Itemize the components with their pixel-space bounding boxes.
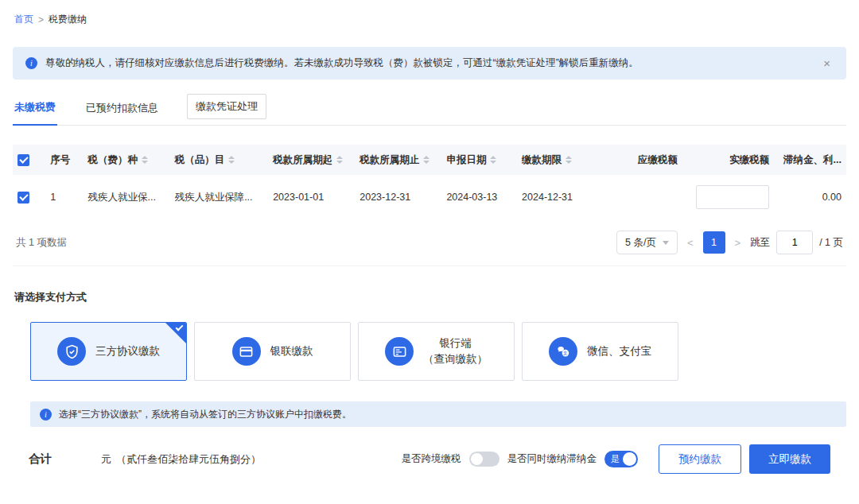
- tab-reserved-deductions[interactable]: 已预约扣款信息: [84, 95, 160, 125]
- breadcrumb-separator: >: [38, 14, 44, 25]
- col-tax-item[interactable]: 税（品）目: [170, 145, 269, 175]
- total-label: 合计: [29, 452, 52, 467]
- amount-unit: 元: [101, 452, 111, 467]
- col-late-fee: 滞纳金、利...: [774, 145, 846, 175]
- payment-footer: 合计 元 （贰仟叁佰柒拾肆元伍角捌分） 是否跨境缴税 是否同时缴纳滞纳金 是 预…: [29, 444, 830, 474]
- row-checkbox[interactable]: [17, 192, 29, 204]
- payment-card-tripartite[interactable]: 三方协议缴款: [30, 322, 187, 381]
- cell-tax-item: 残疾人就业保障...: [170, 175, 269, 219]
- page-number-button[interactable]: 1: [703, 231, 725, 254]
- table-row: 1 残疾人就业保... 残疾人就业保障... 2023-01-01 2023-1…: [13, 175, 846, 219]
- sort-icon[interactable]: [336, 156, 343, 164]
- cell-payable: [604, 175, 682, 219]
- breadcrumb-home-link[interactable]: 首页: [14, 13, 33, 26]
- late-fee-label: 是否同时缴纳滞纳金: [507, 452, 597, 466]
- select-all-checkbox[interactable]: [17, 154, 29, 166]
- col-period-start[interactable]: 税款所属期起: [268, 145, 355, 175]
- tax-payment-page: 首页 > 税费缴纳 尊敬的纳税人，请仔细核对应缴款信息后进行税费缴纳。若未缴款成…: [0, 0, 859, 504]
- svg-text:支: 支: [562, 350, 568, 356]
- close-icon[interactable]: ×: [820, 56, 834, 70]
- amount-in-words: （贰仟叁佰柒拾肆元伍角捌分）: [116, 452, 261, 467]
- paid-amount-input[interactable]: [696, 185, 769, 209]
- col-tax-type[interactable]: 税（费）种: [84, 145, 170, 175]
- payment-note-text: 选择“三方协议缴款”，系统将自动从签订的三方协议账户中扣缴税费。: [59, 408, 352, 421]
- sort-icon[interactable]: [423, 156, 430, 164]
- sort-icon[interactable]: [228, 156, 235, 164]
- shield-check-icon: [57, 337, 86, 366]
- prev-page-icon[interactable]: <: [686, 237, 695, 249]
- sort-icon[interactable]: [566, 156, 572, 164]
- info-icon: [40, 409, 52, 421]
- col-payable: 应缴税额: [604, 145, 682, 175]
- col-period-end[interactable]: 税款所属期止: [355, 145, 441, 175]
- payment-method-cards: 三方协议缴款 银联缴款 银行端 （查询缴款） 支 微信、支付宝: [30, 322, 846, 381]
- cross-border-label: 是否跨境缴税: [402, 452, 461, 466]
- cell-period-end: 2023-12-31: [355, 175, 441, 219]
- breadcrumb-current: 税费缴纳: [49, 13, 87, 26]
- payment-card-label: 三方协议缴款: [95, 343, 160, 359]
- total-count-text: 共 1 项数据: [16, 236, 67, 250]
- sort-icon[interactable]: [142, 156, 148, 164]
- total-pages-text: / 1 页: [819, 236, 843, 250]
- reserve-payment-button[interactable]: 预约缴款: [659, 444, 741, 474]
- col-deadline[interactable]: 缴款期限: [517, 145, 604, 175]
- cell-period-start: 2023-01-01: [268, 175, 355, 219]
- cell-late-fee: 0.00: [774, 175, 846, 219]
- notice-banner-text: 尊敬的纳税人，请仔细核对应缴款信息后进行税费缴纳。若未缴款成功导致税（费）款被锁…: [45, 56, 639, 70]
- payment-card-bank-query[interactable]: 银行端 （查询缴款）: [358, 322, 515, 381]
- col-seq: 序号: [45, 145, 83, 175]
- bank-terminal-icon: [385, 337, 414, 366]
- col-paid: 实缴税额: [682, 145, 774, 175]
- page-size-select[interactable]: 5 条/页: [616, 231, 678, 254]
- tab-unpaid-taxes[interactable]: 未缴税费: [13, 94, 57, 126]
- cell-tax-type: 残疾人就业保...: [84, 175, 170, 219]
- cell-seq: 1: [45, 175, 83, 219]
- payment-card-unionpay[interactable]: 银联缴款: [194, 322, 351, 381]
- jump-to-input[interactable]: [776, 231, 813, 254]
- chevron-down-icon: [663, 241, 669, 245]
- bank-card-icon: [232, 337, 261, 366]
- col-declare-date[interactable]: 申报日期: [441, 145, 517, 175]
- breadcrumb: 首页 > 税费缴纳: [0, 0, 859, 26]
- payment-card-label: 银联缴款: [270, 343, 313, 359]
- tab-bar: 未缴税费 已预约扣款信息 缴款凭证处理: [13, 94, 846, 126]
- pagination-bar: 共 1 项数据 5 条/页 < 1 > 跳至 / 1 页: [13, 219, 846, 266]
- unpaid-tax-table: 序号 税（费）种 税（品）目 税款所属期起 税款所属期止 申报日期 缴款期限 应…: [13, 145, 846, 266]
- tab-payment-voucher[interactable]: 缴款凭证处理: [187, 94, 266, 119]
- cell-deadline: 2024-12-31: [517, 175, 604, 219]
- payment-card-label: 银行端 （查询缴款）: [423, 335, 488, 366]
- table-header-row: 序号 税（费）种 税（品）目 税款所属期起 税款所属期止 申报日期 缴款期限 应…: [13, 145, 846, 175]
- payment-card-wechat-alipay[interactable]: 支 微信、支付宝: [522, 322, 678, 381]
- jump-to-label: 跳至: [750, 236, 770, 250]
- wechat-alipay-icon: 支: [549, 337, 577, 366]
- payment-method-title: 请选择支付方式: [14, 290, 846, 304]
- cross-border-toggle[interactable]: [469, 452, 499, 467]
- cell-declare-date: 2024-03-13: [441, 175, 517, 219]
- sort-icon[interactable]: [490, 156, 496, 164]
- payment-note: 选择“三方协议缴款”，系统将自动从签订的三方协议账户中扣缴税费。: [30, 401, 846, 427]
- next-page-icon[interactable]: >: [733, 237, 743, 249]
- late-fee-toggle[interactable]: 是: [604, 451, 638, 467]
- payment-card-label: 微信、支付宝: [587, 343, 651, 359]
- info-icon: [25, 57, 37, 69]
- notice-banner: 尊敬的纳税人，请仔细核对应缴款信息后进行税费缴纳。若未缴款成功导致税（费）款被锁…: [13, 47, 846, 79]
- pay-now-button[interactable]: 立即缴款: [749, 444, 830, 474]
